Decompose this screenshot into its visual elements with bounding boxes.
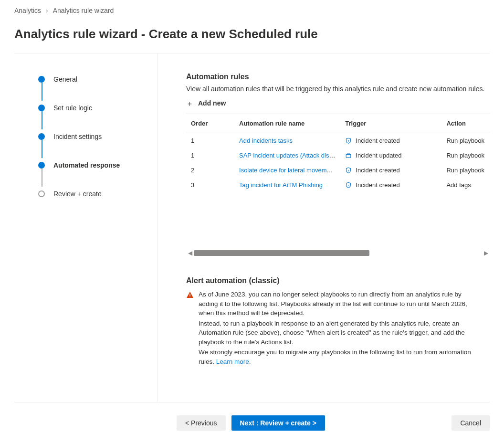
- step-label: Review + create: [53, 190, 102, 198]
- rule-name-link[interactable]: SAP incident updates (Attack disruptic: [239, 152, 340, 159]
- cancel-button[interactable]: Cancel: [452, 415, 490, 431]
- wizard-stepper: General Set rule logic Incident settings…: [14, 53, 158, 402]
- step-label: Automated response: [53, 161, 120, 169]
- horizontal-scrollbar[interactable]: ◀ ▶: [186, 250, 490, 256]
- step-label: Set rule logic: [53, 104, 92, 112]
- svg-point-3: [348, 169, 349, 170]
- automation-rules-description: View all automation rules that will be t…: [186, 85, 490, 93]
- cell-order: 1: [186, 148, 234, 163]
- svg-point-0: [348, 140, 349, 141]
- wizard-footer: < Previous Next : Review + create > Canc…: [0, 407, 504, 444]
- plus-icon: ＋: [186, 100, 193, 107]
- step-dot-icon: [38, 76, 45, 83]
- scroll-left-icon[interactable]: ◀: [186, 250, 194, 256]
- alert-automation-heading: Alert automation (classic): [186, 276, 490, 285]
- cell-trigger: Incident updated: [356, 152, 401, 159]
- table-row[interactable]: 2 Isolate device for lateral movement ta…: [186, 163, 490, 178]
- step-connector: [42, 169, 42, 187]
- col-header-trigger[interactable]: Trigger: [340, 114, 441, 133]
- step-dot-icon: [38, 190, 45, 197]
- shield-icon: [345, 182, 352, 189]
- cell-order: 3: [186, 178, 234, 192]
- svg-rect-4: [348, 170, 349, 171]
- svg-rect-1: [348, 141, 349, 142]
- cell-order: 1: [186, 133, 234, 148]
- warning-icon: [186, 291, 194, 299]
- scroll-right-icon[interactable]: ▶: [482, 250, 490, 256]
- learn-more-link[interactable]: Learn more.: [216, 358, 251, 365]
- step-general[interactable]: General: [38, 73, 157, 86]
- step-connector: [42, 140, 42, 158]
- rule-name-link[interactable]: Isolate device for lateral movement ta: [239, 167, 340, 174]
- step-label: Incident settings: [53, 133, 102, 140]
- col-header-order[interactable]: Order: [186, 114, 234, 133]
- cell-order: 2: [186, 163, 234, 178]
- cell-action: Run playbook: [441, 133, 490, 148]
- step-dot-icon: [38, 105, 45, 111]
- table-header-row: Order Automation rule name Trigger Actio…: [186, 114, 490, 133]
- scroll-track[interactable]: [194, 250, 482, 256]
- svg-rect-6: [348, 185, 349, 186]
- warning-p3: We strongly encourage you to migrate any…: [199, 348, 478, 366]
- cell-trigger: Incident created: [356, 137, 400, 144]
- add-new-label: Add new: [198, 99, 226, 107]
- step-automated-response[interactable]: Automated response: [38, 159, 157, 172]
- shield-icon: [345, 137, 352, 144]
- cell-action: Run playbook: [441, 148, 490, 163]
- step-connector: [42, 111, 42, 129]
- breadcrumb: Analytics › Analytics rule wizard: [0, 0, 504, 21]
- col-header-name[interactable]: Automation rule name: [234, 114, 340, 133]
- scroll-thumb[interactable]: [194, 250, 369, 256]
- step-review-create[interactable]: Review + create: [38, 187, 157, 201]
- automation-rules-table: Order Automation rule name Trigger Actio…: [186, 114, 490, 192]
- step-connector: [42, 83, 42, 101]
- cell-action: Add tags: [441, 178, 490, 192]
- add-new-button[interactable]: ＋ Add new: [186, 99, 490, 107]
- rule-name-link[interactable]: Add incidents tasks: [239, 137, 293, 144]
- warning-p2: Instead, to run a playbook in response t…: [199, 319, 478, 347]
- automation-rules-heading: Automation rules: [186, 73, 490, 81]
- update-icon: [345, 152, 352, 159]
- col-header-action[interactable]: Action: [441, 114, 490, 133]
- table-row[interactable]: 3 Tag incident for AiTM Phishing Inciden…: [186, 178, 490, 192]
- alert-automation-classic-section: Alert automation (classic) As of June 20…: [186, 276, 490, 368]
- table-row[interactable]: 1 SAP incident updates (Attack disruptic…: [186, 148, 490, 163]
- breadcrumb-root[interactable]: Analytics: [14, 7, 41, 14]
- warning-p1: As of June 2023, you can no longer selec…: [199, 290, 478, 318]
- step-incident-settings[interactable]: Incident settings: [38, 130, 157, 143]
- rule-name-link[interactable]: Tag incident for AiTM Phishing: [239, 181, 323, 189]
- page-title: Analytics rule wizard - Create a new Sch…: [0, 21, 504, 53]
- table-row[interactable]: 1 Add incidents tasks Incident created R…: [186, 133, 490, 148]
- cell-trigger: Incident created: [356, 181, 400, 189]
- svg-rect-7: [189, 294, 190, 296]
- wizard-content: Automation rules View all automation rul…: [158, 53, 490, 402]
- chevron-right-icon: ›: [46, 7, 48, 14]
- shield-icon: [345, 167, 352, 174]
- step-dot-icon: [38, 133, 45, 140]
- step-label: General: [53, 75, 77, 83]
- step-dot-icon: [38, 162, 45, 169]
- step-set-rule-logic[interactable]: Set rule logic: [38, 101, 157, 115]
- warning-text: As of June 2023, you can no longer selec…: [199, 290, 490, 368]
- breadcrumb-current: Analytics rule wizard: [53, 7, 114, 14]
- svg-rect-2: [346, 154, 351, 158]
- cell-action: Run playbook: [441, 163, 490, 178]
- next-button[interactable]: Next : Review + create >: [231, 415, 325, 431]
- svg-point-5: [348, 184, 349, 185]
- svg-rect-8: [189, 296, 190, 297]
- cell-trigger: Incident created: [356, 167, 400, 174]
- previous-button[interactable]: < Previous: [177, 415, 226, 431]
